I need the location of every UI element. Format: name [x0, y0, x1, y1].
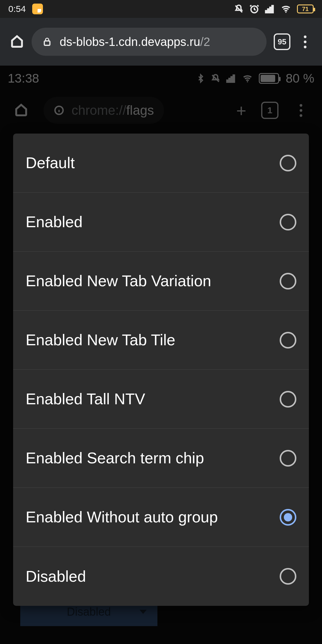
svg-rect-4: [272, 6, 273, 13]
radio-icon[interactable]: [280, 391, 296, 408]
svg-rect-6: [44, 41, 50, 45]
svg-point-5: [285, 12, 287, 13]
option-row[interactable]: Enabled New Tab Tile: [13, 311, 309, 370]
option-row[interactable]: Enabled Without auto group: [13, 488, 309, 547]
option-label: Enabled Without auto group: [26, 507, 225, 527]
option-row[interactable]: Disabled: [13, 547, 309, 606]
signal-icon: [265, 4, 275, 14]
notification-icon: [32, 4, 43, 14]
outer-menu-button[interactable]: [298, 35, 312, 48]
radio-icon[interactable]: [280, 273, 296, 290]
option-label: Enabled Tall NTV: [26, 389, 152, 409]
alarm-icon: [249, 4, 259, 14]
dnd-icon: [234, 4, 244, 14]
svg-rect-3: [270, 7, 271, 13]
option-label: Enabled Search term chip: [26, 448, 211, 468]
outer-tab-switcher[interactable]: 95: [274, 33, 290, 50]
page-content: 13:38 80 % chro: [0, 66, 322, 644]
radio-icon[interactable]: [280, 450, 296, 467]
option-label: Disabled: [26, 567, 93, 586]
flag-options-popup: DefaultEnabledEnabled New Tab VariationE…: [13, 134, 309, 606]
outer-browser-toolbar: ds-blobs-1.cdn.devapps.ru/2 95: [0, 18, 322, 66]
option-row[interactable]: Enabled New Tab Variation: [13, 252, 309, 311]
wifi-icon: [280, 4, 292, 14]
radio-icon[interactable]: [280, 155, 296, 171]
option-row[interactable]: Enabled: [13, 193, 309, 252]
radio-icon[interactable]: [280, 332, 296, 349]
outer-omnibox[interactable]: ds-blobs-1.cdn.devapps.ru/2: [32, 28, 267, 56]
radio-icon[interactable]: [280, 214, 296, 230]
battery-level-label: 71: [298, 5, 313, 13]
outer-clock: 0:54: [8, 4, 26, 14]
home-button[interactable]: [10, 34, 24, 50]
outer-status-bar: 0:54 71: [0, 0, 322, 18]
lock-icon: [42, 37, 52, 47]
outer-url: ds-blobs-1.cdn.devapps.ru/2: [60, 35, 210, 49]
option-row[interactable]: Default: [13, 134, 309, 193]
radio-selected-icon[interactable]: [280, 509, 296, 526]
option-label: Enabled New Tab Tile: [26, 330, 182, 350]
option-label: Enabled: [26, 212, 90, 232]
svg-rect-2: [268, 9, 269, 13]
svg-rect-1: [266, 11, 267, 13]
option-row[interactable]: Enabled Search term chip: [13, 429, 309, 488]
option-label: Enabled New Tab Variation: [26, 271, 218, 291]
radio-icon[interactable]: [280, 568, 296, 585]
option-label: Default: [26, 153, 82, 173]
option-row[interactable]: Enabled Tall NTV: [13, 370, 309, 429]
battery-icon: 71: [297, 4, 314, 13]
